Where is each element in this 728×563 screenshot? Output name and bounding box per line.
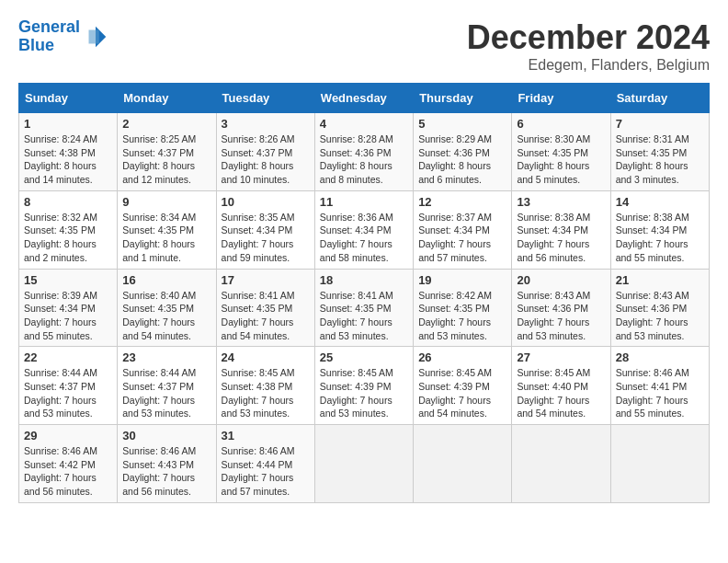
day-number: 6	[517, 117, 605, 131]
calendar-cell: 4Sunrise: 8:28 AMSunset: 4:36 PMDaylight…	[314, 113, 413, 191]
day-sunset: Sunset: 4:34 PM	[320, 224, 408, 237]
calendar-week-row: 15Sunrise: 8:39 AMSunset: 4:34 PMDayligh…	[19, 269, 710, 347]
day-number: 18	[320, 273, 408, 287]
calendar-cell: 24Sunrise: 8:45 AMSunset: 4:38 PMDayligh…	[216, 347, 314, 425]
day-sunset: Sunset: 4:41 PM	[616, 380, 704, 394]
day-daylight: Daylight: 7 hours and 57 minutes.	[418, 237, 506, 264]
day-sunset: Sunset: 4:35 PM	[222, 302, 310, 316]
day-daylight: Daylight: 7 hours and 54 minutes.	[418, 394, 506, 420]
day-daylight: Daylight: 8 hours and 3 minutes.	[616, 159, 704, 186]
calendar-cell: 19Sunrise: 8:42 AMSunset: 4:35 PMDayligh…	[414, 269, 512, 347]
day-daylight: Daylight: 7 hours and 53 minutes.	[418, 316, 506, 342]
calendar-header-row: SundayMondayTuesdayWednesdayThursdayFrid…	[19, 84, 710, 113]
day-info: Sunrise: 8:24 AM	[24, 132, 112, 146]
day-number: 19	[418, 273, 506, 287]
calendar-cell: 21Sunrise: 8:43 AMSunset: 4:36 PMDayligh…	[610, 269, 709, 347]
day-sunset: Sunset: 4:43 PM	[122, 458, 210, 472]
location-title: Edegem, Flanders, Belgium	[467, 57, 710, 74]
calendar-cell: 5Sunrise: 8:29 AMSunset: 4:36 PMDaylight…	[414, 113, 512, 191]
day-daylight: Daylight: 7 hours and 53 minutes.	[122, 394, 210, 420]
day-info: Sunrise: 8:40 AM	[122, 289, 210, 303]
day-sunset: Sunset: 4:35 PM	[122, 302, 210, 316]
calendar-cell: 3Sunrise: 8:26 AMSunset: 4:37 PMDaylight…	[216, 113, 314, 191]
calendar-cell	[512, 425, 610, 503]
day-sunset: Sunset: 4:38 PM	[222, 380, 310, 394]
day-info: Sunrise: 8:25 AM	[122, 132, 210, 146]
calendar-cell: 22Sunrise: 8:44 AMSunset: 4:37 PMDayligh…	[19, 347, 118, 425]
day-number: 22	[24, 350, 112, 364]
day-daylight: Daylight: 8 hours and 1 minute.	[122, 237, 210, 264]
day-info: Sunrise: 8:45 AM	[418, 366, 506, 380]
weekday-header-saturday: Saturday	[610, 84, 709, 113]
day-info: Sunrise: 8:39 AM	[24, 289, 112, 303]
calendar-cell: 15Sunrise: 8:39 AMSunset: 4:34 PMDayligh…	[19, 269, 118, 347]
day-sunset: Sunset: 4:34 PM	[517, 224, 605, 237]
day-daylight: Daylight: 8 hours and 2 minutes.	[24, 237, 112, 264]
calendar-cell	[414, 425, 512, 503]
day-info: Sunrise: 8:41 AM	[320, 289, 408, 303]
day-sunset: Sunset: 4:38 PM	[24, 146, 112, 160]
weekday-header-sunday: Sunday	[19, 84, 118, 113]
day-info: Sunrise: 8:37 AM	[418, 211, 506, 224]
header: GeneralBlue December 2024 Edegem, Flande…	[18, 18, 710, 74]
day-sunset: Sunset: 4:39 PM	[418, 380, 506, 394]
day-sunset: Sunset: 4:40 PM	[517, 380, 605, 394]
calendar-cell: 28Sunrise: 8:46 AMSunset: 4:41 PMDayligh…	[610, 347, 709, 425]
day-sunset: Sunset: 4:36 PM	[616, 302, 704, 316]
calendar-cell: 29Sunrise: 8:46 AMSunset: 4:42 PMDayligh…	[19, 425, 118, 503]
day-info: Sunrise: 8:26 AM	[222, 132, 310, 146]
day-number: 30	[122, 429, 210, 442]
day-info: Sunrise: 8:31 AM	[616, 132, 704, 146]
day-number: 17	[222, 273, 310, 287]
day-info: Sunrise: 8:36 AM	[320, 211, 408, 224]
calendar-week-row: 1Sunrise: 8:24 AMSunset: 4:38 PMDaylight…	[19, 113, 710, 191]
day-number: 24	[222, 350, 310, 364]
day-number: 12	[418, 195, 506, 209]
day-number: 31	[222, 429, 310, 442]
day-daylight: Daylight: 7 hours and 58 minutes.	[320, 237, 408, 264]
logo: GeneralBlue	[18, 18, 109, 55]
day-sunset: Sunset: 4:34 PM	[418, 224, 506, 237]
day-info: Sunrise: 8:44 AM	[122, 366, 210, 380]
day-number: 14	[616, 195, 704, 209]
day-number: 10	[222, 195, 310, 209]
day-number: 1	[24, 117, 112, 131]
logo-text: GeneralBlue	[18, 18, 80, 55]
day-sunset: Sunset: 4:35 PM	[418, 302, 506, 316]
day-daylight: Daylight: 7 hours and 55 minutes.	[24, 316, 112, 342]
day-number: 16	[122, 273, 210, 287]
calendar-cell: 26Sunrise: 8:45 AMSunset: 4:39 PMDayligh…	[414, 347, 512, 425]
weekday-header-tuesday: Tuesday	[216, 84, 314, 113]
day-sunset: Sunset: 4:35 PM	[24, 224, 112, 237]
day-info: Sunrise: 8:28 AM	[320, 132, 408, 146]
day-info: Sunrise: 8:46 AM	[222, 444, 310, 458]
calendar-cell: 30Sunrise: 8:46 AMSunset: 4:43 PMDayligh…	[118, 425, 216, 503]
day-daylight: Daylight: 7 hours and 54 minutes.	[517, 394, 605, 420]
day-info: Sunrise: 8:43 AM	[616, 289, 704, 303]
day-daylight: Daylight: 7 hours and 56 minutes.	[122, 471, 210, 498]
day-sunset: Sunset: 4:35 PM	[517, 146, 605, 160]
title-area: December 2024 Edegem, Flanders, Belgium	[467, 18, 710, 74]
day-daylight: Daylight: 7 hours and 54 minutes.	[222, 316, 310, 342]
calendar-cell: 14Sunrise: 8:38 AMSunset: 4:34 PMDayligh…	[610, 190, 709, 269]
day-sunset: Sunset: 4:35 PM	[122, 224, 210, 237]
day-daylight: Daylight: 8 hours and 12 minutes.	[122, 159, 210, 186]
calendar-cell: 12Sunrise: 8:37 AMSunset: 4:34 PMDayligh…	[414, 190, 512, 269]
day-info: Sunrise: 8:41 AM	[222, 289, 310, 303]
day-number: 20	[517, 273, 605, 287]
day-number: 23	[122, 350, 210, 364]
calendar-cell: 13Sunrise: 8:38 AMSunset: 4:34 PMDayligh…	[512, 190, 610, 269]
calendar-table: SundayMondayTuesdayWednesdayThursdayFrid…	[18, 83, 710, 503]
day-daylight: Daylight: 8 hours and 10 minutes.	[222, 159, 310, 186]
day-sunset: Sunset: 4:42 PM	[24, 458, 112, 472]
day-daylight: Daylight: 8 hours and 8 minutes.	[320, 159, 408, 186]
day-number: 8	[24, 195, 112, 209]
day-info: Sunrise: 8:38 AM	[616, 211, 704, 224]
weekday-header-wednesday: Wednesday	[314, 84, 413, 113]
logo-icon	[82, 23, 109, 51]
calendar-cell: 17Sunrise: 8:41 AMSunset: 4:35 PMDayligh…	[216, 269, 314, 347]
calendar-cell: 25Sunrise: 8:45 AMSunset: 4:39 PMDayligh…	[314, 347, 413, 425]
day-number: 21	[616, 273, 704, 287]
day-sunset: Sunset: 4:37 PM	[24, 380, 112, 394]
day-daylight: Daylight: 7 hours and 53 minutes.	[320, 316, 408, 342]
